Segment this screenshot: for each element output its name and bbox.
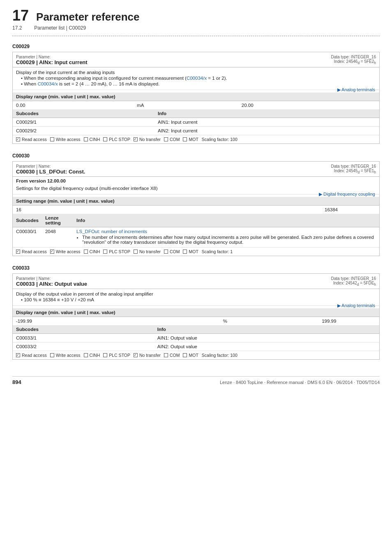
page-number: 894 <box>12 379 21 385</box>
range-unit-c00029: mA <box>134 101 238 110</box>
subcode-code-c00029-2: C00029/2 <box>13 127 154 135</box>
sub-heading-title: Parameter list | C00029 <box>34 25 86 31</box>
analog-terminals-link-c00029[interactable]: ▶ Analog terminals <box>337 87 375 92</box>
range-unit-c00033: % <box>220 317 318 326</box>
cb-com-c00033 <box>164 353 168 357</box>
subcode-info-c00029-2: AIN2: Input current <box>154 127 379 135</box>
param-card-header-c00029: Parameter | Name: C00029 | AINx: Input c… <box>13 52 379 67</box>
range-min-c00033: -199.99 <box>13 317 220 326</box>
param-card-c00030: Parameter | Name: C00030 | LS_DFOut: Con… <box>12 161 380 256</box>
footer-read-access-c00033: Read access <box>16 353 47 358</box>
section-label-c00030: C00030 <box>12 153 380 159</box>
subcode-info-c00030-1: LS_DFOut: number of increments The numbe… <box>73 227 379 247</box>
subcode-row-c00033-1: C00033/1 AIN1: Output value <box>13 334 379 342</box>
range-max-c00029: 20.00 <box>238 101 379 110</box>
range-header-c00029: Display range (min. value | unit | max. … <box>13 92 379 101</box>
range-min-c00029: 0.00 <box>13 101 134 110</box>
range-row-c00033: -199.99 % 199.99 <box>13 317 379 326</box>
range-table-c00029: Display range (min. value | unit | max. … <box>13 92 379 109</box>
data-type-c00033: Data type: INTEGER_16 <box>331 276 376 281</box>
param-name-c00030: C00030 | LS_DFOut: Const. <box>16 169 85 175</box>
section-c00030-anchor: C00030 Parameter | Name: C00030 | LS_DFO… <box>12 153 380 256</box>
info-header-c00030: Info <box>73 214 379 227</box>
param-desc-c00030: Settings for the digital frequency outpu… <box>13 183 379 194</box>
footer-scaling-c00029: Scaling factor: 100 <box>202 137 238 142</box>
index-c00033: Index: 24542d = 5FDEh <box>331 281 376 287</box>
range-max-c00030: 16384 <box>321 206 379 214</box>
link-c00034-2[interactable]: C00034/x <box>37 81 58 86</box>
info-title-link-c00030-1[interactable]: LS_DFOut: number of increments <box>76 229 147 234</box>
param-meta-c00030: Data type: INTEGER_16 Index: 24545d = 5F… <box>331 164 376 174</box>
param-name-c00033: C00033 | AINx: Output value <box>16 281 87 287</box>
footer-com-c00033: COM <box>164 353 180 358</box>
range-row-c00030: 16 16384 <box>13 206 379 214</box>
chapter-number: 17 <box>12 8 29 23</box>
subcodes-table-c00033: Subcodes Info C00033/1 AIN1: Output valu… <box>13 325 379 351</box>
range-max-c00033: 199.99 <box>318 317 379 326</box>
subcode-code-c00033-2: C00033/2 <box>13 342 154 351</box>
cb-read-access-c00029 <box>16 137 20 141</box>
param-name-c00029: C00029 | AINx: Input current <box>16 59 88 65</box>
page-header: 17 Parameter reference <box>12 8 380 23</box>
footer-scaling-c00030: Scaling factor: 1 <box>202 249 233 254</box>
footer-write-access-c00029: Write access <box>50 137 81 142</box>
param-label-group-c00033: Parameter | Name: C00033 | AINx: Output … <box>16 276 87 287</box>
digital-freq-link-c00030[interactable]: ▶ Digital frequency coupling <box>319 192 375 197</box>
info-bullet-0-c00030-1: The number of increments determines afte… <box>82 235 376 245</box>
range-table-c00033: Display range (min. value | unit | max. … <box>13 308 379 325</box>
subcode-row-c00033-2: C00033/2 AIN2: Output value <box>13 342 379 351</box>
range-header-c00033: Display range (min. value | unit | max. … <box>13 308 318 317</box>
info-header-c00029: Info <box>154 109 379 118</box>
cb-mot-c00033 <box>183 353 187 357</box>
section-label-c00029: C00029 <box>12 44 380 49</box>
cb-cinh-c00029 <box>84 137 88 141</box>
range-unit-c00030 <box>211 206 321 214</box>
param-footer-c00033: Read access Write access CINH PLC STOP N… <box>13 351 379 359</box>
footer-write-access-c00033: Write access <box>50 353 81 358</box>
desc-line-0-c00030: Settings for the digital frequency outpu… <box>16 186 376 191</box>
cb-mot-c00030 <box>183 250 187 254</box>
desc-line-0-c00033: Display of the output value in percent o… <box>16 291 376 296</box>
param-card-header-c00030: Parameter | Name: C00030 | LS_DFOut: Con… <box>13 162 379 177</box>
param-card-c00033: Parameter | Name: C00033 | AINx: Output … <box>12 273 380 360</box>
cb-plc-stop-c00033 <box>103 353 107 357</box>
range-row-c00029: 0.00 mA 20.00 <box>13 101 379 110</box>
cb-mot-c00029 <box>183 137 187 141</box>
cb-read-access-c00030 <box>16 250 20 254</box>
subcodes-header-c00033: Subcodes <box>13 325 154 334</box>
cb-no-transfer-c00033 <box>134 353 138 357</box>
cb-write-access-c00030 <box>50 250 54 254</box>
cb-no-transfer-c00029 <box>134 137 138 141</box>
footer-plc-stop-c00030: PLC STOP <box>103 249 130 254</box>
subcode-code-c00030-1: C00030/1 <box>13 227 42 247</box>
footer-read-access-c00029: Read access <box>16 137 47 142</box>
footer-no-transfer-c00029: No transfer <box>134 137 161 142</box>
link-c00034[interactable]: C00034/x <box>187 76 207 81</box>
cb-cinh-c00030 <box>84 250 88 254</box>
subcode-row-c00030-1: C00030/1 2048 LS_DFOut: number of increm… <box>13 227 379 247</box>
param-label-small-c00033: Parameter | Name: <box>16 276 87 281</box>
footer-no-transfer-c00033: No transfer <box>134 353 161 358</box>
footer-scaling-c00033: Scaling factor: 100 <box>202 353 238 358</box>
param-meta-c00033: Data type: INTEGER_16 Index: 24542d = 5F… <box>331 276 376 287</box>
cb-plc-stop-c00030 <box>103 250 107 254</box>
section-c00029-anchor: C00029 Parameter | Name: C00029 | AINx: … <box>12 44 380 144</box>
footer-cinh-c00033: CINH <box>84 353 100 358</box>
footer-mot-c00030: MOT <box>183 249 198 254</box>
data-type-c00029: Data type: INTEGER_16 <box>331 55 376 59</box>
analog-terminals-link-c00033[interactable]: ▶ Analog terminals <box>337 303 375 308</box>
desc-line-1-c00033: • 100 % ≡ 16384 ≡ +10 V / +20 mA <box>21 297 376 302</box>
subcode-lenze-c00030-1: 2048 <box>42 227 73 247</box>
range-min-c00030: 16 <box>13 206 211 214</box>
param-label-small-c00029: Parameter | Name: <box>16 55 88 59</box>
footer-com-c00029: COM <box>164 137 180 142</box>
param-label-small-c00030: Parameter | Name: <box>16 164 85 169</box>
cb-write-access-c00029 <box>50 137 54 141</box>
cb-write-access-c00033 <box>50 353 54 357</box>
param-meta-c00029: Data type: INTEGER_16 Index: 24546d = 5F… <box>331 55 376 65</box>
footer-read-access-c00030: Read access <box>16 249 47 254</box>
footer-plc-stop-c00029: PLC STOP <box>103 137 130 142</box>
subcode-info-c00033-2: AIN2: Output value <box>154 342 379 351</box>
range-table-c00030: Setting range (min. value | unit | max. … <box>13 197 379 214</box>
from-version-c00030: From version 12.00.00 <box>13 177 379 183</box>
